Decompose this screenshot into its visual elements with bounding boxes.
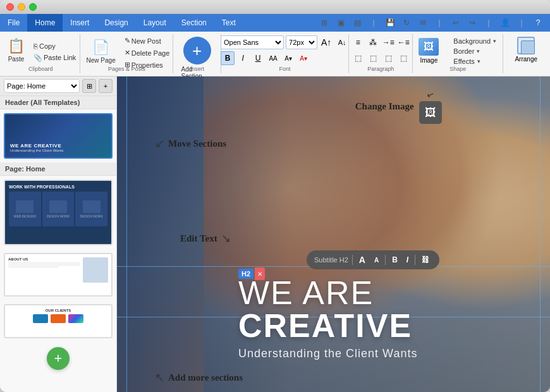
list-number-button[interactable]: ⁂ [366, 35, 380, 49]
mobile-icon[interactable]: ▤ [350, 16, 364, 30]
save-icon[interactable]: 💾 [383, 16, 397, 30]
paste-link-button[interactable]: 📎 Paste Link [31, 52, 78, 63]
thumb2-card1-label: WEB DESIGNS [14, 214, 36, 218]
align-right-button[interactable]: ⬚ [381, 51, 395, 65]
pages-label: Pages & Posts [108, 66, 145, 72]
tablet-icon[interactable]: ▣ [334, 16, 348, 30]
thumb4-logo3 [68, 314, 83, 323]
font-grow-button[interactable]: A↑ [319, 35, 333, 49]
tf-italic-button[interactable]: I [404, 254, 411, 266]
undo-icon[interactable]: ↩ [449, 16, 463, 30]
guide-line-right [540, 77, 541, 392]
border-button[interactable]: Border ▾ [451, 47, 498, 56]
close-button[interactable] [6, 3, 14, 11]
menu-layout[interactable]: Layout [136, 14, 174, 32]
refresh-icon[interactable]: ↻ [400, 16, 413, 30]
indent-increase-button[interactable]: →≡ [381, 35, 395, 49]
image-icon: 🖼 [419, 38, 439, 56]
tf-shrink-button[interactable]: A [372, 255, 381, 265]
user-icon[interactable]: 👤 [498, 16, 512, 30]
new-page-button[interactable]: 📄 New Page [82, 37, 121, 70]
indent-decrease-button[interactable]: ←≡ [396, 35, 410, 49]
ribbon-group-insert: + Add Section Insert [173, 34, 221, 73]
canvas-area[interactable]: Change Image ↙ 🖼 ↙ Move Sections Edit Te… [117, 77, 550, 392]
font-family-select[interactable]: Open Sans [221, 35, 284, 49]
sidebar-item-about[interactable]: ABOUT US [4, 253, 113, 297]
new-post-button[interactable]: ✎ New Post [122, 35, 173, 46]
separator3: | [482, 16, 496, 30]
hero-main-title[interactable]: WE ARE CREATIVE [238, 276, 537, 342]
list-bullet-button[interactable]: ≡ [351, 35, 365, 49]
h2-close-button[interactable]: ✕ [255, 267, 265, 280]
sidebar-view-btn[interactable]: ⊞ [82, 79, 96, 93]
menu-design[interactable]: Design [97, 14, 135, 32]
thumb3-bg: ABOUT US [5, 254, 111, 295]
font-color-button[interactable]: A▾ [296, 51, 310, 65]
tf-grow-button[interactable]: A [357, 254, 368, 266]
sidebar-add-btn[interactable]: + [99, 79, 113, 93]
bold-button[interactable]: B [221, 51, 235, 65]
arrange-label: Arrange [515, 56, 537, 63]
menu-text[interactable]: Text [214, 14, 243, 32]
strikethrough-button[interactable]: AA [266, 51, 280, 65]
menu-file[interactable]: File [0, 14, 27, 32]
effects-button[interactable]: Effects ▾ [451, 57, 498, 66]
sidebar-item-clients[interactable]: OUR CLIENTS [4, 304, 113, 338]
add-section-circle-button[interactable]: + [47, 347, 70, 370]
copy-button[interactable]: ⎘ Copy [31, 41, 78, 51]
email-icon[interactable]: ✉ [416, 16, 430, 30]
sidebar-item-hero[interactable]: WE ARE CREATIVE Understanding the Client… [4, 113, 113, 159]
add-section-area: + [0, 342, 116, 375]
maximize-button[interactable] [29, 3, 37, 11]
thumb3-line3 [8, 266, 59, 267]
border-arrow: ▾ [477, 48, 480, 54]
hero-text-area[interactable]: WE ARE CREATIVE Understanding the Client… [238, 276, 537, 360]
separator2: | [432, 16, 446, 30]
arrange-button[interactable]: Arrange [507, 34, 545, 65]
change-image-arrow-curve: ↙ [425, 88, 436, 101]
tf-link-button[interactable]: ⛓ [419, 254, 432, 266]
image-button[interactable]: 🖼 Image [413, 35, 444, 67]
delete-page-button[interactable]: ✕ Delete Page [122, 47, 173, 58]
copy-icon: ⎘ [34, 42, 38, 50]
thumb4-logos [8, 314, 108, 323]
sidebar-item-work[interactable]: WORK WITH PROFESSIONALS WEB DESIGNS DESI… [4, 180, 113, 245]
thumb2-card3-img [83, 200, 101, 213]
effects-label: Effects [453, 58, 474, 65]
underline-button[interactable]: U [251, 51, 265, 65]
add-section-button[interactable]: + [183, 37, 211, 64]
background-button[interactable]: Background ▾ [451, 37, 498, 46]
paste-button[interactable]: 📋 Paste [3, 35, 30, 68]
menu-section[interactable]: Section [174, 14, 214, 32]
menu-insert[interactable]: Insert [63, 14, 97, 32]
italic-button[interactable]: I [236, 51, 250, 65]
paragraph-label: Paragraph [367, 66, 394, 72]
ribbon: 📋 Paste ⎘ Copy 📎 Paste Link [0, 32, 550, 77]
change-image-icon[interactable]: 🖼 [419, 101, 442, 124]
align-left-button[interactable]: ⬚ [351, 51, 365, 65]
toolbar-divider1 [352, 255, 353, 265]
align-center-button[interactable]: ⬚ [366, 51, 380, 65]
ribbon-group-arrange: Arrange [503, 34, 549, 73]
page-select[interactable]: Page: Home [4, 79, 80, 93]
highlight-button[interactable]: A▾ [281, 51, 295, 65]
thumb2-card3: DESIGN WORK [75, 192, 107, 226]
redo-icon[interactable]: ↪ [465, 16, 479, 30]
callout-move-sections: ↙ Move Sections [155, 137, 226, 150]
help-icon[interactable]: ? [531, 16, 545, 30]
move-sections-arrow: ↙ [155, 137, 164, 150]
toolbar-divider2 [385, 255, 386, 265]
thumb3-line1 [8, 262, 80, 264]
thumb3-text: ABOUT US [8, 257, 80, 283]
effects-arrow: ▾ [477, 58, 480, 64]
menu-home[interactable]: Home [27, 14, 63, 32]
font-size-select[interactable]: 72px [286, 35, 317, 49]
text-format-toolbar: Subtitle H2 A A B I ⛓ [307, 250, 439, 269]
thumb4-logo2 [51, 314, 66, 323]
align-justify-button[interactable]: ⬚ [396, 51, 410, 65]
font-shrink-button[interactable]: A↓ [335, 35, 349, 49]
toolbar-icons-right: ⊞ ▣ ▤ | 💾 ↻ ✉ | ↩ ↪ | 👤 | ? [317, 14, 550, 32]
minimize-button[interactable] [18, 3, 25, 11]
monitor-icon[interactable]: ⊞ [317, 16, 331, 30]
tf-bold-button[interactable]: B [389, 254, 400, 266]
